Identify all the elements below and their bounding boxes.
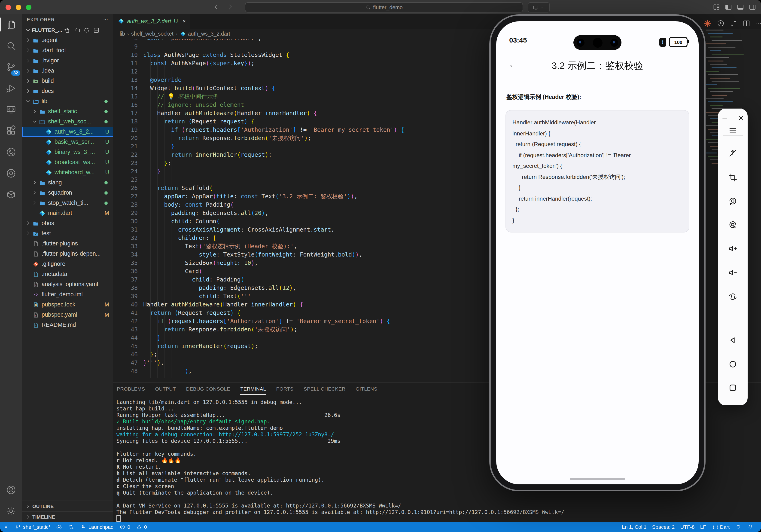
activity-settings-gear[interactable]	[0, 501, 22, 522]
crop-icon[interactable]	[728, 172, 738, 183]
line-number[interactable]: 29	[113, 209, 138, 217]
chevron-right-icon[interactable]	[25, 78, 31, 84]
tree-item-pubspec-lock[interactable]: pubspec.lockM	[22, 300, 113, 310]
line-number[interactable]: 12	[113, 68, 138, 76]
tree-item-build[interactable]: build	[22, 76, 113, 86]
status-ln-1-col-1[interactable]: Ln 1, Col 1	[619, 522, 649, 532]
tree-item--gitignore[interactable]: .gitignore	[22, 259, 113, 269]
tree-item-squadron[interactable]: squadron	[22, 188, 113, 198]
line-number[interactable]: 20	[113, 134, 138, 142]
home-indicator[interactable]	[570, 478, 625, 480]
line-number[interactable]: 16	[113, 101, 138, 109]
tree-item-analysis-options-yaml[interactable]: Yanalysis_options.yaml	[22, 279, 113, 289]
tree-item-auth-ws-3-2-[interactable]: auth_ws_3_2...U	[22, 127, 113, 137]
line-number[interactable]: 36	[113, 267, 138, 275]
chevron-down-icon[interactable]	[25, 98, 31, 104]
breadcrumb-item[interactable]: lib	[120, 31, 125, 36]
status-0[interactable]: 0	[133, 522, 150, 532]
line-number[interactable]: 44	[113, 334, 138, 342]
chevron-right-icon[interactable]	[25, 37, 31, 43]
rotate-ccw-icon[interactable]	[728, 196, 738, 206]
chevron-down-icon[interactable]	[25, 27, 31, 33]
navigate-back-icon[interactable]	[212, 3, 220, 11]
tree-item--flutter-plugins-depen-[interactable]: .flutter-plugins-depen...	[22, 249, 113, 259]
status-cloud-up[interactable]	[53, 522, 65, 532]
line-number[interactable]: 34	[113, 251, 138, 259]
command-center-search[interactable]: flutter_demo	[245, 2, 523, 13]
activity-remote-explorer[interactable]	[0, 99, 22, 120]
line-number[interactable]: 18	[113, 117, 138, 126]
line-number[interactable]: 45	[113, 342, 138, 350]
close-tab-icon[interactable]: ×	[183, 18, 186, 25]
panel-right-toggle-icon[interactable]	[748, 3, 756, 11]
tree-item-binary-ws-3-[interactable]: binary_ws_3_...U	[22, 147, 113, 157]
navigate-forward-icon[interactable]	[226, 3, 234, 11]
nav-home-icon[interactable]	[728, 359, 738, 369]
more-actions-icon[interactable]: ⋯	[755, 19, 761, 28]
line-number[interactable]: 38	[113, 284, 138, 292]
chevron-right-icon[interactable]	[25, 47, 31, 54]
line-number[interactable]: 39	[113, 292, 138, 300]
line-number[interactable]: 43	[113, 325, 138, 334]
hot-reload-starburst-icon[interactable]	[703, 19, 712, 28]
chevron-right-icon[interactable]	[25, 88, 31, 94]
status-remote[interactable]	[0, 522, 12, 532]
activity-source-control[interactable]: 32	[0, 56, 22, 78]
line-number[interactable]: 33	[113, 242, 138, 251]
screencast-dropdown[interactable]	[528, 2, 550, 13]
tree-item-stop-watch-ti-[interactable]: stop_watch_ti...	[22, 198, 113, 208]
chevron-right-icon[interactable]	[31, 179, 38, 186]
section-outline[interactable]: OUTLINE	[22, 501, 113, 511]
nav-recents-icon[interactable]	[728, 383, 738, 393]
status-bell[interactable]	[744, 522, 756, 532]
status-launchpad[interactable]: Launchpad	[78, 522, 116, 532]
workspace-section-title[interactable]: FLUTTER_...	[32, 27, 62, 33]
close-window-button[interactable]	[6, 5, 11, 10]
minimize-icon[interactable]	[721, 114, 729, 122]
tree-item--dart-tool[interactable]: .dart_tool	[22, 45, 113, 55]
tree-item-broadcast-ws-[interactable]: broadcast_ws...U	[22, 157, 113, 167]
breadcrumb-item[interactable]: auth_ws_3_2.dart	[188, 31, 230, 36]
line-number[interactable]: 37	[113, 275, 138, 284]
new-file-icon[interactable]	[64, 27, 71, 33]
shake-device-icon[interactable]	[728, 292, 738, 302]
collapse-all-icon[interactable]	[93, 27, 100, 33]
tree-item-slang[interactable]: slang	[22, 177, 113, 188]
status-lf[interactable]: LF	[697, 522, 709, 532]
tree-item--hvigor[interactable]: .hvigor	[22, 55, 113, 66]
activity-account[interactable]	[0, 479, 22, 501]
line-number[interactable]: 32	[113, 234, 138, 242]
tree-item-ohos[interactable]: ohos	[22, 218, 113, 228]
status-utf-8[interactable]: UTF-8	[677, 522, 697, 532]
tree-item--flutter-plugins[interactable]: .flutter-plugins	[22, 239, 113, 249]
tree-item--agent[interactable]: .agent	[22, 35, 113, 45]
tree-item-shelf-web-soc-[interactable]: shelf_web_soc...	[22, 116, 113, 127]
refresh-icon[interactable]	[84, 27, 90, 33]
line-number[interactable]: 27	[113, 192, 138, 201]
line-number[interactable]: 21	[113, 142, 138, 151]
line-number[interactable]: 19	[113, 126, 138, 134]
chevron-right-icon[interactable]	[31, 190, 38, 196]
tree-item--metadata[interactable]: .metadata	[22, 269, 113, 279]
panel-tab-ports[interactable]: PORTS	[276, 383, 293, 395]
line-number[interactable]: 24	[113, 167, 138, 176]
line-number[interactable]: 31	[113, 225, 138, 234]
zoom-window-button[interactable]	[26, 5, 31, 10]
volume-down-icon[interactable]	[728, 267, 738, 278]
breadcrumb-item[interactable]: shelf_web_socket	[131, 31, 173, 36]
line-number[interactable]: 8	[113, 39, 138, 42]
activity-run-debug[interactable]	[0, 78, 22, 99]
line-number[interactable]: 13	[113, 76, 138, 84]
line-number[interactable]: 48	[113, 367, 138, 375]
line-number[interactable]: 35	[113, 259, 138, 267]
panel-tab-output[interactable]: OUTPUT	[155, 383, 176, 395]
status-0[interactable]: 0	[116, 522, 133, 532]
activity-git-graph[interactable]	[0, 142, 22, 163]
tree-item-pubspec-yaml[interactable]: Ypubspec.yamlM	[22, 310, 113, 320]
status-shelf-static-[interactable]: shelf_static*	[12, 522, 53, 532]
panel-bottom-toggle-icon[interactable]	[736, 3, 744, 11]
status-dart[interactable]: { }Dart	[709, 522, 732, 532]
line-number[interactable]: 41	[113, 309, 138, 317]
chevron-down-icon[interactable]	[31, 118, 38, 125]
activity-files[interactable]	[0, 14, 22, 35]
